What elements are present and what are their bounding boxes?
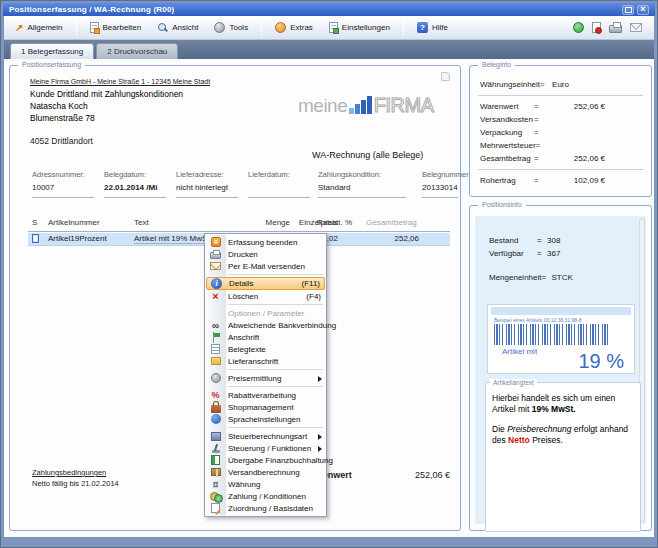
payment-icon: [210, 491, 222, 501]
menu-item-rabattverarbeitung[interactable]: Rabattverarbeitung: [206, 389, 325, 401]
bank-icon: [212, 320, 219, 331]
currency-icon: [213, 479, 219, 490]
menu-tools[interactable]: Tools: [211, 20, 251, 35]
menu-separator: [228, 427, 323, 428]
menu-item-spracheinstellungen[interactable]: Spracheinstellungen: [206, 413, 325, 425]
price-icon: [211, 373, 221, 383]
beleginfo-row: Währungseinheit = Euro: [470, 78, 651, 91]
menu-einstellungen[interactable]: Einstellungen: [326, 20, 393, 35]
menu-item-anschrift[interactable]: Anschrift: [206, 331, 325, 343]
menu-item-belegtexte[interactable]: Belegtexte: [206, 343, 325, 355]
column-header-menge[interactable]: Menge: [246, 218, 290, 227]
window-title: Positionserfassung / WA-Rechnung (R00): [9, 5, 174, 14]
beleginfo-row: Rohertrag = 102,09 €: [470, 174, 651, 187]
menu-item-abweichende-bankverbindung[interactable]: Abweichende Bankverbindung: [206, 319, 325, 331]
table-header: S Artikelnummer Text Menge Einzelpreis R…: [10, 218, 460, 231]
column-header-rabatt[interactable]: Rabatt. %: [310, 218, 352, 227]
positionsinfo-row: Verfügbar = 367: [481, 247, 632, 260]
column-header-gesamtbetrag[interactable]: Gesamtbetrag: [366, 218, 423, 227]
globe-icon[interactable]: [573, 22, 584, 33]
menu-item-drucken[interactable]: Drucken: [206, 248, 325, 260]
menu-label: Hilfe: [432, 23, 448, 32]
address-line: Blumenstraße 78: [30, 112, 183, 124]
barcode-icon: [494, 324, 608, 345]
menu-item-optionen-parameter: Optionen / Parameter: [206, 307, 325, 319]
sender-line: Meine Firma GmbH - Meine Straße 1 - 1234…: [30, 78, 210, 85]
company-logo: meine FIRMA: [298, 96, 433, 115]
logo-word: FIRMA: [374, 96, 434, 115]
field-value[interactable]: Standard: [318, 183, 418, 193]
menu-item-uebergabe-finanzbuchhaltung[interactable]: Übergabe Finanzbuchhaltung: [206, 454, 325, 466]
menu-item-email-versenden[interactable]: Per E-Mail versenden: [206, 260, 325, 272]
field-underline: [318, 197, 406, 198]
menu-extras[interactable]: Extras: [272, 20, 316, 35]
field-label: Belegnummer:: [422, 170, 462, 179]
image-label: Artikel mit: [502, 347, 537, 356]
settings-icon: [329, 22, 338, 33]
beleginfo-row: Mehrwertsteuer =: [470, 139, 651, 152]
cell-gesamtbetrag: 252,06: [362, 234, 419, 243]
cell-artikelnummer: Artikel19Prozent: [48, 234, 132, 243]
groupbox-label: Positionsinfo: [478, 201, 526, 208]
menu-label: Ansicht: [172, 23, 198, 32]
field-label: Zahlungskondition:: [318, 170, 418, 179]
menu-item-lieferanschrift[interactable]: Lieferanschrift: [206, 355, 325, 367]
content-area: Positionserfassung Meine Firma GmbH - Me…: [4, 59, 654, 537]
menu-label: Tools: [229, 23, 248, 32]
close-icon[interactable]: [637, 5, 649, 15]
zahlungsbedingungen-value: Netto fällig bis 21.02.2014: [32, 479, 119, 488]
address-line: Natascha Koch: [30, 100, 183, 112]
column-header-s[interactable]: S: [32, 218, 42, 227]
menu-item-shopmanagement[interactable]: Shopmanagement: [206, 401, 325, 413]
menu-bearbeiten[interactable]: Bearbeiten: [87, 20, 145, 35]
menu-item-preisermittlung[interactable]: Preisermittlung: [206, 372, 325, 384]
field-value[interactable]: 20133014: [422, 183, 462, 193]
menu-ansicht[interactable]: Ansicht: [154, 20, 201, 35]
header-divider: [28, 231, 450, 232]
address-line: Kunde Drittland mit Zahlungskonditionen: [30, 88, 183, 100]
article-image: Beispiel eines Artikels 00:12:36:31:98-8…: [487, 304, 635, 374]
menu-separator: [228, 386, 323, 387]
zahlungsbedingungen-link[interactable]: Zahlungsbedingungen: [32, 468, 119, 477]
logo-word: meine: [298, 96, 347, 115]
printer-icon[interactable]: [609, 25, 622, 33]
column-header-artikelnummer[interactable]: Artikelnummer: [48, 218, 132, 227]
beleginfo-row: Verpackung =: [470, 126, 651, 139]
exit-icon: [211, 237, 221, 247]
shortcut-label: (F4): [300, 292, 321, 301]
payment-terms: Zahlungsbedingungen Netto fällig bis 21.…: [32, 468, 119, 488]
menu-hilfe[interactable]: Hilfe: [414, 20, 451, 35]
restore-icon[interactable]: [622, 5, 634, 15]
menu-item-steuerberechnungsart[interactable]: Steuerberechnungsart: [206, 430, 325, 442]
mail-icon[interactable]: [630, 23, 642, 32]
menu-allgemein[interactable]: Allgemein: [12, 20, 66, 35]
image-header-strip: [491, 307, 631, 315]
menu-item-zahlung-konditionen[interactable]: Zahlung / Konditionen: [206, 490, 325, 502]
menu-item-waehrung[interactable]: Währung: [206, 478, 325, 490]
document-red-icon[interactable]: [592, 22, 601, 33]
menu-item-details[interactable]: Details (F11): [206, 277, 325, 290]
divider: [478, 169, 643, 170]
divider: [478, 95, 643, 96]
menu-item-erfassung-beenden[interactable]: Erfassung beenden: [206, 236, 325, 248]
menu-item-loeschen[interactable]: Löschen (F4): [206, 290, 325, 302]
menu-item-versandberechnung[interactable]: Versandberechnung: [206, 466, 325, 478]
column-header-text[interactable]: Text: [134, 218, 264, 227]
delivery-address-icon: [211, 357, 221, 365]
tab-druckvorschau[interactable]: 2 Druckvorschau: [96, 43, 178, 59]
menu-label: Einstellungen: [342, 23, 390, 32]
extras-icon: [275, 22, 286, 33]
app-window: Positionserfassung / WA-Rechnung (R00) A…: [0, 0, 658, 548]
menu-item-steuerung-funktionen[interactable]: Steuerung / Funktionen: [206, 442, 325, 454]
delete-icon: [212, 291, 218, 301]
menu-item-zuordnung-basisdaten[interactable]: Zuordnung / Basisdaten: [206, 502, 325, 514]
address-city: 4052 Drittlandort: [30, 136, 93, 146]
positionsinfo-row: Bestand = 308: [481, 234, 632, 247]
email-icon: [210, 262, 221, 270]
image-percent: 19 %: [578, 351, 624, 371]
page-corner-icon: [441, 72, 450, 81]
tab-belegerfassung[interactable]: 1 Belegerfassung: [10, 43, 94, 59]
help-icon: [417, 22, 428, 33]
flag-icon: [211, 332, 221, 343]
info-icon: [211, 278, 222, 289]
